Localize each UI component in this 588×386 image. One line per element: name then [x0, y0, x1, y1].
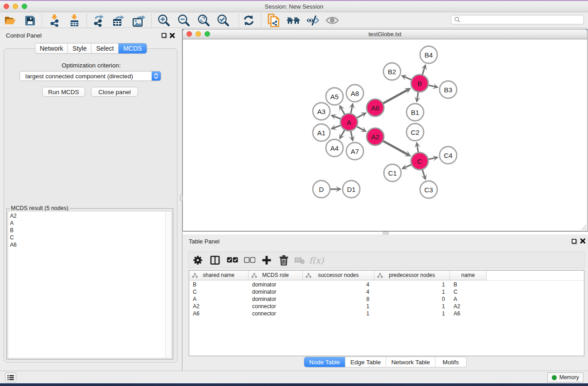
cell-name[interactable]: A2 [450, 303, 487, 310]
cell-MCDS-role[interactable]: dominator [249, 295, 303, 303]
cell-shared-name[interactable]: A [189, 295, 249, 303]
cell-name[interactable]: B [450, 281, 487, 288]
app-titlebar[interactable]: Session: New Session [0, 1, 588, 12]
cell-MCDS-role[interactable]: connector [249, 303, 303, 310]
memory-status-button[interactable]: Memory [547, 372, 583, 382]
network-canvas[interactable]: B4B2BB3A5A8A6B1A3AA1C2A2A4A7C4CC1C3DD1 [183, 39, 587, 231]
tab-edge-table[interactable]: Edge Table [345, 357, 386, 367]
cell-successor-nodes[interactable]: 8 [303, 295, 374, 303]
tab-node-table[interactable]: Node Table [304, 357, 345, 367]
mcds-result-list[interactable]: A2ABCA6 [8, 211, 172, 358]
column-header-predecessor-nodes[interactable]: predecessor nodes [374, 271, 450, 280]
cell-predecessor-nodes[interactable]: 1 [374, 288, 450, 295]
network-window-titlebar[interactable]: testGlobe.txt [183, 29, 587, 39]
cell-predecessor-nodes[interactable]: 1 [374, 303, 450, 310]
column-header-successor-nodes[interactable]: successor nodes [303, 271, 374, 280]
open-docs-button[interactable] [267, 14, 280, 27]
cell-name[interactable]: A [450, 295, 487, 303]
cell-successor-nodes[interactable]: 4 [303, 281, 374, 288]
search-input[interactable] [463, 17, 583, 23]
cell-shared-name[interactable]: A6 [189, 310, 249, 317]
task-history-button[interactable] [5, 372, 16, 382]
cell-shared-name[interactable]: B [189, 281, 249, 288]
edge-A2-C[interactable] [381, 140, 408, 155]
criterion-dropdown[interactable]: largest connected component (directed) [19, 71, 161, 81]
tab-select[interactable]: Select [91, 43, 119, 53]
table-row-A6[interactable]: A6connector11A6 [189, 310, 487, 317]
node-label-B2: B2 [388, 68, 396, 76]
tab-style[interactable]: Style [68, 43, 91, 53]
zoom-selected-button[interactable] [216, 14, 230, 27]
resize-grip-icon[interactable] [581, 224, 587, 230]
import-network-button[interactable] [48, 14, 61, 27]
cell-name[interactable]: A6 [450, 310, 487, 317]
toolbar-search[interactable] [451, 15, 584, 24]
node-table[interactable]: shared nameMCDS rolesuccessor nodesprede… [189, 270, 584, 356]
table-row-C[interactable]: Cdominator41C [189, 288, 487, 295]
column-header-label: successor nodes [303, 271, 374, 280]
zoom-in-button[interactable] [157, 14, 171, 27]
node-label-C2: C2 [411, 129, 419, 136]
export-table-button[interactable] [112, 14, 126, 27]
function-builder-button[interactable]: f(x) [310, 254, 323, 267]
mcds-result-item[interactable]: A [10, 219, 17, 227]
control-panel-close-button[interactable] [169, 33, 175, 40]
delete-column-button[interactable] [277, 254, 290, 267]
edge-A6-B[interactable] [381, 90, 408, 105]
zoom-out-button[interactable] [177, 14, 191, 27]
cell-name[interactable]: C [450, 288, 487, 295]
cell-shared-name[interactable]: C [189, 288, 249, 295]
mcds-result-scrollbar[interactable] [165, 211, 172, 358]
control-panel-float-button[interactable] [161, 33, 167, 40]
home-button[interactable] [287, 14, 300, 27]
column-layout-button[interactable] [209, 254, 221, 267]
export-image-button[interactable] [132, 14, 146, 27]
mcds-result-item[interactable]: C [10, 234, 17, 241]
cell-successor-nodes[interactable]: 1 [303, 310, 374, 317]
column-header-MCDS-role[interactable]: MCDS role [249, 271, 303, 280]
cell-predecessor-nodes[interactable]: 0 [374, 295, 450, 303]
table-panel-close-button[interactable] [580, 238, 586, 245]
export-network-button[interactable] [92, 14, 106, 27]
show-eye-button[interactable] [325, 14, 339, 27]
run-mcds-button[interactable]: Run MCDS [42, 87, 85, 97]
table-row-A2[interactable]: A2connector11A2 [189, 303, 487, 310]
checked-boxes-icon [227, 257, 238, 263]
column-header-shared-name[interactable]: shared name [189, 271, 249, 280]
cell-successor-nodes[interactable]: 1 [303, 303, 374, 310]
deselect-all-button[interactable] [243, 254, 256, 267]
save-session-button[interactable] [23, 14, 37, 27]
refresh-layout-button[interactable] [242, 14, 255, 27]
hide-eye-button[interactable] [306, 14, 320, 27]
table-row-B[interactable]: Bdominator41B [189, 281, 487, 288]
column-header-name[interactable]: name [450, 271, 487, 280]
mcds-result-item[interactable]: A6 [10, 241, 17, 248]
mcds-result-item[interactable]: A2 [10, 212, 17, 219]
close-panel-button[interactable]: Close panel [91, 87, 138, 97]
memory-status-dot [552, 375, 557, 380]
table-panel-float-button[interactable] [571, 238, 577, 246]
cell-shared-name[interactable]: A2 [189, 303, 249, 310]
import-table-button[interactable] [67, 14, 81, 27]
open-session-button[interactable] [3, 14, 17, 27]
cell-MCDS-role[interactable]: dominator [249, 288, 303, 295]
tab-network-table[interactable]: Network Table [386, 357, 435, 367]
cell-MCDS-role[interactable]: dominator [249, 281, 303, 288]
cell-predecessor-nodes[interactable]: 1 [374, 310, 450, 317]
tab-mcds[interactable]: MCDS [119, 43, 146, 53]
select-all-button[interactable] [226, 254, 239, 267]
fit-content-button[interactable] [197, 14, 210, 27]
table-row-A[interactable]: Adominator80A [189, 295, 487, 303]
cell-predecessor-nodes[interactable]: 1 [374, 281, 450, 288]
table-settings-button[interactable] [191, 254, 204, 267]
add-column-button[interactable] [260, 254, 273, 267]
delete-table-button[interactable] [293, 254, 306, 267]
network-window[interactable]: testGlobe.txt B4B2BB3A5A8A6B1A3AA1C2A2A4… [182, 29, 588, 231]
export-network-icon [93, 14, 105, 27]
tab-network[interactable]: Network [35, 43, 68, 53]
cell-MCDS-role[interactable]: connector [249, 310, 303, 317]
tab-motifs[interactable]: Motifs [435, 357, 466, 367]
table-header-row: shared nameMCDS rolesuccessor nodesprede… [189, 271, 487, 280]
cell-successor-nodes[interactable]: 4 [303, 288, 374, 295]
mcds-result-item[interactable]: B [10, 227, 17, 234]
